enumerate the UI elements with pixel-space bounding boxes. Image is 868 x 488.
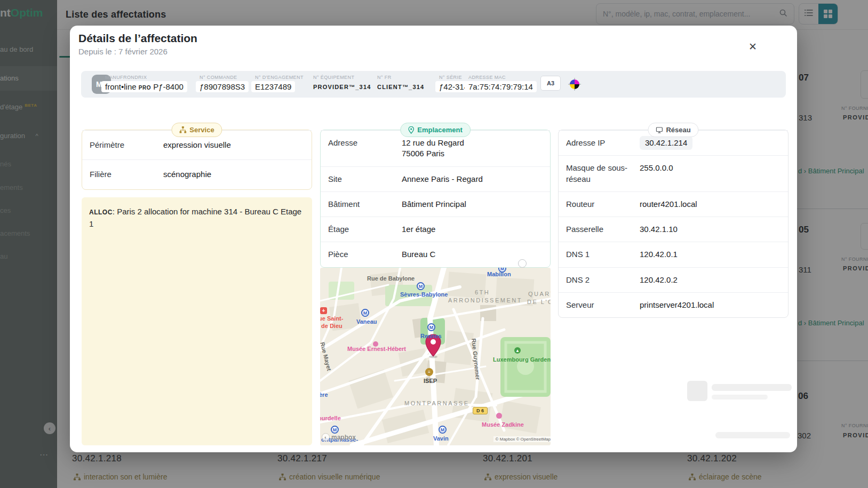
metro-station-label: ère: [320, 391, 328, 398]
museum-icon: [496, 413, 502, 419]
table-row: DNS 2 120.42.0.2: [559, 267, 788, 292]
museum-label: ourdelle: [320, 415, 341, 421]
table-row: Site Annexe Paris - Regard: [321, 166, 550, 191]
metro-station-label: Sèvres-Babylone: [400, 291, 448, 298]
park-label: Luxembourg Garden: [493, 356, 551, 363]
metro-icon: M: [439, 426, 447, 434]
museum-label: Musée Zadkine: [482, 421, 524, 428]
skeleton-line: [712, 395, 768, 399]
field-label: N° FR: [377, 75, 392, 80]
field-label: N° SÉRIE: [439, 75, 462, 80]
table-row: DNS 1 120.42.0.1: [559, 242, 788, 267]
field-value: E1237489: [255, 82, 295, 91]
mapbox-logo: ◐ mapbox: [322, 433, 356, 441]
map-pin-icon: [408, 126, 414, 134]
reseau-section: Réseau Adresse IP 30.42.1.214 Masque de …: [558, 130, 789, 318]
field-value: 7a:75:74:79:79:14: [468, 82, 537, 91]
metro-icon: M: [361, 309, 369, 317]
district-label: ARRONDISSEMENT: [448, 297, 522, 303]
modal-subtitle: Depuis le : 7 février 2026: [78, 47, 168, 56]
district-label: MONTPARNASSE: [404, 400, 469, 406]
close-icon[interactable]: ✕: [746, 38, 759, 55]
sitemap-icon: [179, 126, 186, 133]
road-badge: D 6: [473, 407, 488, 414]
map-control-button[interactable]: [518, 259, 527, 268]
map-attribution[interactable]: © Mapbox © OpenStreetMap: [493, 436, 551, 442]
museum-label: Musée Ernest-Hébert: [347, 346, 406, 352]
skeleton-line: [715, 432, 790, 438]
metro-station-label: Vaneau: [356, 318, 377, 325]
service-badge: Service: [171, 123, 222, 137]
metro-icon: M: [417, 282, 425, 290]
modal-title: Détails de l’affectation: [78, 32, 197, 45]
emplacement-badge: Emplacement: [400, 123, 471, 137]
field-label: N° ÉQUIPEMENT: [313, 75, 354, 80]
table-row: Serveur printserver4201.local: [559, 292, 788, 317]
district-label: DE L'ODÉ: [527, 299, 551, 305]
machine-info-bar: MF MANUFRONDRIX front•line PRO Pƒ-8400 N…: [81, 71, 786, 98]
emplacement-section: Emplacement Adresse 12 rue du Regard7500…: [320, 130, 551, 268]
table-row: Bâtiment Bâtiment Principal: [321, 191, 550, 217]
university-icon: ≡: [425, 368, 433, 376]
metro-station-label: Vavin: [433, 435, 449, 442]
skeleton-avatar: [687, 381, 707, 401]
district-label: 6TH: [475, 289, 490, 295]
field-label: ADRESSE MAC: [468, 75, 506, 80]
monitor-icon: [656, 127, 663, 133]
table-row: Étage 1er étage: [321, 217, 550, 242]
metro-station-label: Rennes: [420, 333, 442, 339]
color-capability-icon: [568, 78, 581, 93]
park-icon: ▲: [514, 347, 521, 354]
field-value: PROVIDER™_314: [313, 84, 371, 90]
poi-label: ISEP: [424, 378, 437, 384]
metro-icon: M: [427, 323, 435, 331]
poi-label: ue Saint-: [320, 315, 343, 322]
field-label: MANUFRONDRIX: [105, 75, 147, 80]
table-row: Masque de sous-réseau 255.0.0.0: [559, 155, 788, 191]
table-row: Filière scénographie: [82, 159, 312, 189]
affectation-details-modal: Détails de l’affectation Depuis le : 7 f…: [70, 26, 797, 452]
location-map[interactable]: Rue de Babylone M Sèvres-Babylone M Mabi…: [320, 268, 551, 445]
table-row: Routeur router4201.local: [559, 191, 788, 217]
skeleton-line: [712, 384, 792, 391]
reseau-badge: Réseau: [648, 123, 698, 137]
metro-station-label: Mabillon: [487, 271, 511, 277]
field-value: front•line PRO Pƒ-8400: [105, 82, 187, 91]
field-value: ƒ8907898S3: [200, 82, 249, 91]
poi-label: de Dieu: [321, 323, 343, 329]
service-section: Service Périmètre expression visuelle Fi…: [82, 130, 312, 190]
district-label: QUARTI: [528, 291, 551, 297]
allocation-note: ALLOC: Paris 2 allocation for machine 31…: [82, 197, 312, 445]
field-value: CLIENT™_314: [377, 84, 424, 90]
mapbox-icon: ◐: [322, 433, 330, 441]
field-label: N° COMMANDE: [200, 75, 237, 80]
table-row: Pièce Bureau C: [321, 242, 550, 267]
street-label: Rue de Babylone: [367, 275, 415, 282]
metro-icon: M: [331, 426, 339, 434]
table-row: Passerelle 30.42.1.10: [559, 217, 788, 242]
hospital-icon: +: [320, 307, 327, 314]
paper-format-badge: A3: [540, 76, 561, 91]
field-label: N° D'ENGAGEMENT: [255, 75, 304, 80]
